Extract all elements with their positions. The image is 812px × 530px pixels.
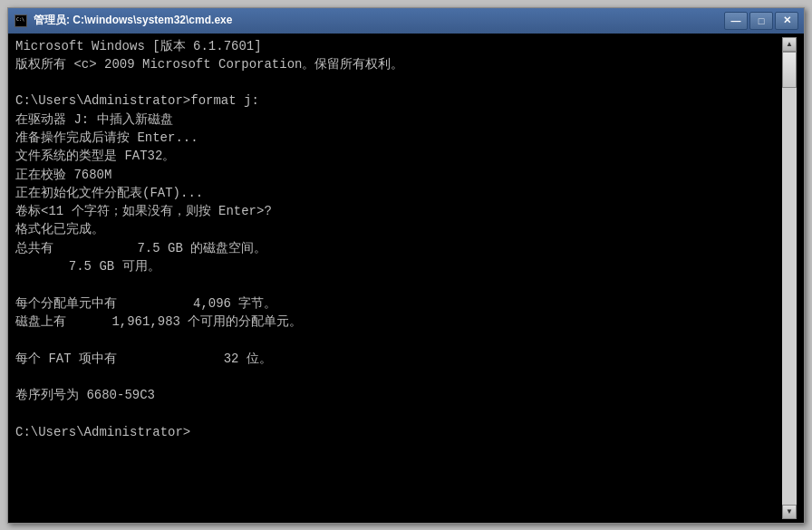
console-output: Microsoft Windows [版本 6.1.7601] 版权所有 <c>… — [15, 37, 782, 519]
scroll-thumb[interactable] — [782, 52, 797, 88]
scrollbar[interactable]: ▲ ▼ — [782, 37, 797, 519]
cmd-window: 管理员: C:\windows\system32\cmd.exe — □ ✕ M… — [7, 7, 805, 524]
minimize-button[interactable]: — — [724, 12, 748, 30]
scroll-track[interactable] — [782, 52, 797, 505]
title-buttons[interactable]: — □ ✕ — [724, 12, 798, 30]
scroll-up-button[interactable]: ▲ — [782, 37, 797, 52]
scroll-down-button[interactable]: ▼ — [782, 505, 797, 519]
cmd-icon — [14, 14, 28, 28]
close-button[interactable]: ✕ — [775, 12, 798, 30]
console-area: Microsoft Windows [版本 6.1.7601] 版权所有 <c>… — [8, 34, 804, 523]
maximize-button[interactable]: □ — [749, 12, 773, 30]
window-title: 管理员: C:\windows\system32\cmd.exe — [34, 13, 232, 28]
title-bar-left: 管理员: C:\windows\system32\cmd.exe — [14, 13, 232, 28]
title-bar: 管理员: C:\windows\system32\cmd.exe — □ ✕ — [8, 8, 804, 34]
